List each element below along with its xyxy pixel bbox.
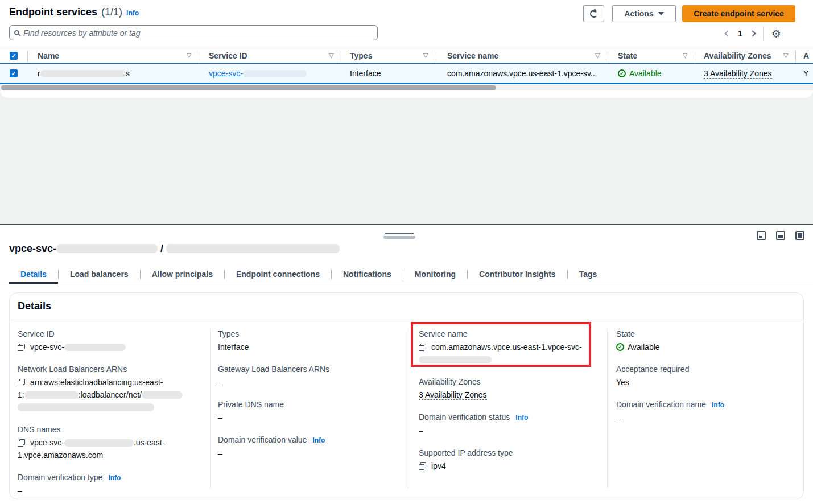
- info-link[interactable]: Info: [108, 472, 121, 484]
- panel-size-large-icon[interactable]: [795, 231, 804, 240]
- column-divider: [695, 51, 695, 62]
- refresh-button[interactable]: [583, 5, 604, 22]
- search-input[interactable]: [23, 28, 373, 38]
- copy-icon[interactable]: [18, 379, 25, 386]
- sort-icon[interactable]: ▽: [595, 52, 600, 59]
- row-state-cell: ✓ Available: [618, 69, 662, 78]
- tab-notifications[interactable]: Notifications: [332, 265, 403, 284]
- tab-contributor-insights[interactable]: Contributor Insights: [468, 265, 567, 284]
- row-acceptance-cell: Y: [803, 69, 808, 78]
- row-service-id-link[interactable]: vpce-svc-: [209, 69, 307, 78]
- column-divider: [199, 51, 199, 62]
- field-domain-verification-type: Domain verification type Info –: [18, 472, 205, 497]
- sort-icon[interactable]: ▽: [329, 52, 333, 59]
- sort-icon[interactable]: ▽: [187, 52, 191, 59]
- field-private-dns-name: Private DNS name –: [218, 399, 400, 424]
- header-info-link[interactable]: Info: [126, 9, 139, 17]
- column-header-service-name[interactable]: Service name: [447, 51, 498, 60]
- info-link[interactable]: Info: [712, 399, 724, 411]
- tab-allow-principals[interactable]: Allow principals: [141, 265, 224, 284]
- tab-monitoring[interactable]: Monitoring: [403, 265, 467, 284]
- tab-tags[interactable]: Tags: [568, 265, 609, 284]
- field-availability-zones: Availability Zones 3 Availability Zones: [419, 376, 601, 401]
- pagination: 1 ⚙: [725, 26, 805, 41]
- panel-size-medium-icon[interactable]: [776, 231, 785, 240]
- redacted-text: [40, 70, 126, 77]
- tab-bar-divider: [0, 284, 813, 284]
- redacted-text: [64, 344, 126, 351]
- refresh-icon: [590, 10, 598, 18]
- column-header-state[interactable]: State: [618, 51, 637, 60]
- column-divider: [27, 51, 28, 62]
- split-panel-drag-handle[interactable]: [383, 233, 415, 239]
- search-icon: [14, 30, 19, 35]
- field-domain-verification-value: Domain verification value Info –: [218, 434, 400, 460]
- column-divider: [607, 328, 608, 489]
- sort-icon[interactable]: ▽: [423, 52, 428, 59]
- column-header-acceptance-partial[interactable]: A: [803, 51, 809, 60]
- redacted-text: [166, 244, 340, 253]
- copy-icon[interactable]: [419, 462, 426, 470]
- row-availability-zones-link[interactable]: 3 Availability Zones: [704, 69, 772, 79]
- row-checkbox[interactable]: ✓: [10, 69, 18, 77]
- resource-count: (1/1): [101, 6, 122, 18]
- redacted-text: [419, 356, 492, 363]
- create-button-label: Create endpoint service: [694, 9, 784, 18]
- field-nlb-arns: Network Load Balancers ARNs arn:aws:elas…: [18, 363, 205, 414]
- column-header-name[interactable]: Name: [38, 51, 59, 60]
- copy-icon[interactable]: [18, 344, 25, 351]
- column-header-service-id[interactable]: Service ID: [209, 51, 247, 60]
- column-header-types[interactable]: Types: [350, 51, 372, 60]
- details-card-heading: Details: [10, 293, 803, 320]
- pager-divider: [763, 27, 764, 40]
- tab-endpoint-connections[interactable]: Endpoint connections: [225, 265, 331, 284]
- column-header-availability-zones[interactable]: Availability Zones: [704, 51, 771, 60]
- row-service-name-cell: com.amazonaws.vpce.us-east-1.vpce-sv...: [447, 69, 597, 78]
- page-title: Endpoint services: [9, 6, 97, 18]
- row-name-cell: rs: [38, 69, 130, 78]
- redacted-text: [243, 70, 307, 77]
- select-all-checkbox[interactable]: ✓: [10, 52, 18, 60]
- details-column-3: Service name com.amazonaws.vpce.us-east-…: [419, 328, 601, 482]
- search-bar: [9, 25, 378, 40]
- tab-bar: Details Load balancers Allow principals …: [9, 265, 813, 284]
- current-page[interactable]: 1: [738, 29, 742, 38]
- page-next-icon[interactable]: [749, 30, 756, 36]
- info-link[interactable]: Info: [312, 435, 325, 446]
- split-panel-title: vpce-svc- /: [9, 243, 340, 255]
- redacted-text: [56, 244, 158, 253]
- availability-zones-link[interactable]: 3 Availability Zones: [419, 390, 487, 400]
- redacted-text: [64, 439, 134, 447]
- sort-icon[interactable]: ▽: [783, 52, 788, 59]
- page-header: Endpoint services (1/1) Info: [9, 6, 139, 18]
- field-domain-verification-status: Domain verification status Info –: [419, 411, 601, 437]
- tab-load-balancers[interactable]: Load balancers: [59, 265, 140, 284]
- endpoint-services-table-card: Endpoint services (1/1) Info Actions Cre…: [0, 0, 813, 98]
- field-service-name: Service name com.amazonaws.vpce.us-east-…: [419, 328, 601, 366]
- details-column-1: Service ID vpce-svc- Network Load Balanc…: [18, 328, 205, 504]
- column-divider: [408, 328, 408, 489]
- tab-details[interactable]: Details: [9, 265, 58, 284]
- status-available-icon: ✓: [618, 69, 626, 77]
- column-divider: [608, 51, 608, 62]
- redacted-text: [18, 403, 154, 411]
- table-row[interactable]: ✓ rs vpce-svc- Interface com.amazonaws.v…: [0, 63, 813, 84]
- actions-button[interactable]: Actions: [612, 5, 676, 22]
- info-link[interactable]: Info: [515, 412, 528, 423]
- page-previous-icon[interactable]: [724, 30, 731, 36]
- copy-icon[interactable]: [18, 439, 25, 447]
- settings-gear-icon[interactable]: ⚙: [771, 28, 781, 39]
- column-divider: [795, 51, 796, 62]
- sort-icon[interactable]: ▽: [683, 52, 687, 59]
- horizontal-scrollbar-thumb[interactable]: [1, 85, 496, 90]
- create-endpoint-service-button[interactable]: Create endpoint service: [682, 5, 795, 22]
- column-divider: [341, 51, 341, 62]
- row-types-cell: Interface: [350, 69, 381, 78]
- column-divider: [210, 328, 211, 489]
- panel-size-small-icon[interactable]: [757, 231, 766, 240]
- table-header-row: ✓ Name ▽ Service ID ▽ Types ▽ Service na…: [0, 48, 813, 63]
- field-types: Types Interface: [218, 328, 400, 353]
- field-state: State ✓ Available: [616, 328, 798, 353]
- copy-icon[interactable]: [419, 344, 426, 351]
- field-dns-names: DNS names vpce-svc-.us-east- 1.vpce.amaz…: [18, 424, 205, 461]
